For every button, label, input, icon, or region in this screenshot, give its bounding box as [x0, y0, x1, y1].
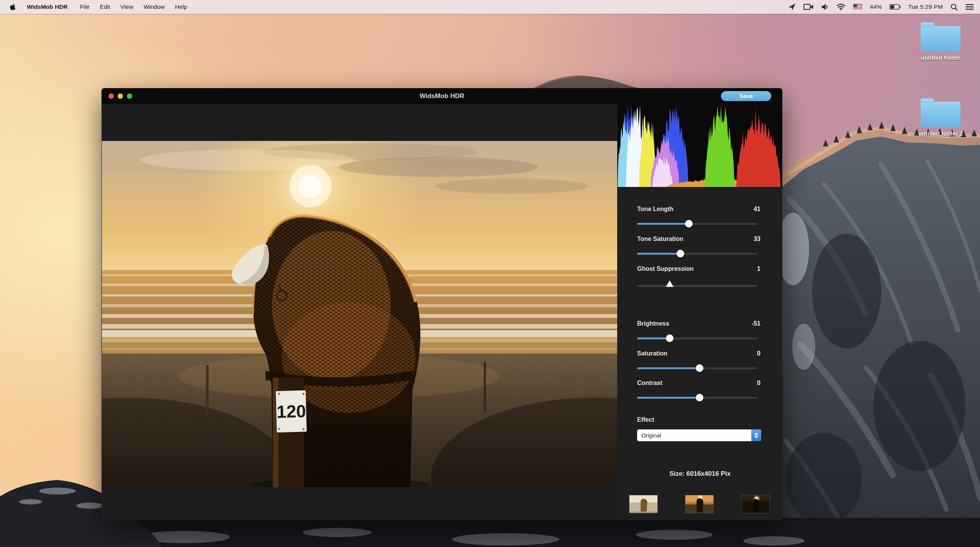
slider-thumb[interactable] — [685, 220, 693, 228]
desktop-folder-2[interactable]: untitled folder 2 — [902, 98, 979, 137]
slider-track[interactable] — [637, 367, 757, 369]
adjustment-panel: Tone Length 41 Tone Saturation 33 Ghost … — [618, 104, 782, 520]
effect-dropdown[interactable]: Original — [637, 429, 761, 441]
menu-help[interactable]: Help — [175, 3, 187, 10]
slider-thumb[interactable] — [666, 280, 674, 287]
thumbnail-exposure-dark[interactable] — [741, 495, 770, 513]
svg-text:120: 120 — [276, 401, 306, 422]
slider-label: Ghost Suppression — [637, 265, 694, 272]
menu-bar: WidsMob HDR File Edit View Window Help — [0, 0, 980, 14]
slider-saturation: Saturation 0 — [618, 350, 782, 377]
slider-thumb[interactable] — [666, 334, 674, 342]
widsmob-hdr-window: WidsMob HDR Save — [102, 88, 782, 520]
slider-value: 0 — [757, 380, 760, 387]
effect-label: Effect — [637, 416, 654, 423]
slider-label: Saturation — [637, 350, 667, 357]
notification-center-icon[interactable] — [965, 4, 974, 10]
slider-label: Tone Length — [637, 206, 674, 213]
location-arrow-icon[interactable] — [788, 3, 796, 11]
menu-bar-clock[interactable]: Tue 5:29 PM — [908, 3, 943, 10]
folder-label[interactable]: untitled folder 2 — [902, 130, 979, 137]
dropdown-stepper-icon[interactable] — [751, 429, 761, 441]
menu-bar-left: WidsMob HDR File Edit View Window Help — [0, 3, 198, 11]
slider-thumb[interactable] — [696, 394, 703, 401]
slider-ghost-suppression: Ghost Suppression 1 — [618, 265, 782, 292]
slider-track[interactable] — [637, 285, 757, 287]
slider-value: 41 — [754, 206, 760, 213]
thumbnail-exposure-bright[interactable] — [629, 495, 658, 513]
slider-thumb[interactable] — [677, 250, 684, 257]
slider-track[interactable] — [637, 397, 757, 399]
slider-value: 0 — [757, 350, 760, 357]
desktop-screen: WidsMob HDR File Edit View Window Help — [0, 0, 980, 547]
spotlight-search-icon[interactable] — [951, 3, 958, 11]
window-title: WidsMob HDR — [102, 88, 782, 104]
menu-edit[interactable]: Edit — [100, 3, 110, 10]
slider-track[interactable] — [637, 337, 757, 339]
slider-label: Contrast — [637, 380, 662, 387]
menu-bar-status: 44% Tue 5:29 PM — [788, 3, 980, 11]
histogram — [618, 104, 782, 187]
slider-value: -51 — [752, 320, 760, 327]
menu-file[interactable]: File — [80, 3, 90, 10]
photo-preview: 120 — [102, 141, 617, 487]
slider-contrast: Contrast 0 — [618, 380, 782, 406]
chair-number-sign: 120 — [276, 390, 307, 432]
active-app-menu[interactable]: WidsMob HDR — [27, 3, 68, 10]
image-size-label: Size: 6016x4016 Pix — [618, 470, 782, 478]
thumbnail-exposure-medium[interactable] — [685, 495, 714, 513]
effect-selected-value: Original — [641, 429, 661, 441]
slider-value: 1 — [757, 265, 760, 272]
battery-icon — [890, 4, 901, 10]
apple-menu-icon[interactable] — [10, 3, 17, 11]
battery-percent: 44% — [870, 3, 882, 10]
slider-value: 33 — [754, 236, 760, 242]
slider-brightness: Brightness -51 — [618, 320, 782, 347]
window-titlebar[interactable]: WidsMob HDR Save — [102, 88, 782, 104]
photo-canvas-area: 120 — [102, 104, 618, 520]
video-camera-icon[interactable] — [803, 3, 814, 10]
slider-label: Brightness — [637, 320, 669, 327]
menu-window[interactable]: Window — [144, 3, 165, 10]
slider-tone-length: Tone Length 41 — [618, 206, 782, 233]
slider-label: Tone Saturation — [637, 236, 683, 242]
menu-view[interactable]: View — [120, 3, 133, 10]
save-button[interactable]: Save — [721, 91, 771, 101]
volume-icon[interactable] — [821, 3, 829, 10]
slider-track[interactable] — [637, 253, 757, 255]
wifi-icon[interactable] — [836, 3, 846, 10]
folder-label[interactable]: untitled folder — [902, 54, 979, 61]
input-language-flag-icon[interactable] — [853, 4, 862, 10]
slider-track[interactable] — [637, 223, 757, 225]
folder-icon[interactable] — [921, 102, 960, 127]
slider-thumb[interactable] — [696, 364, 703, 372]
desktop-folder-1[interactable]: untitled folder — [902, 22, 979, 61]
slider-tone-saturation: Tone Saturation 33 — [618, 236, 782, 262]
folder-icon[interactable] — [921, 26, 960, 51]
